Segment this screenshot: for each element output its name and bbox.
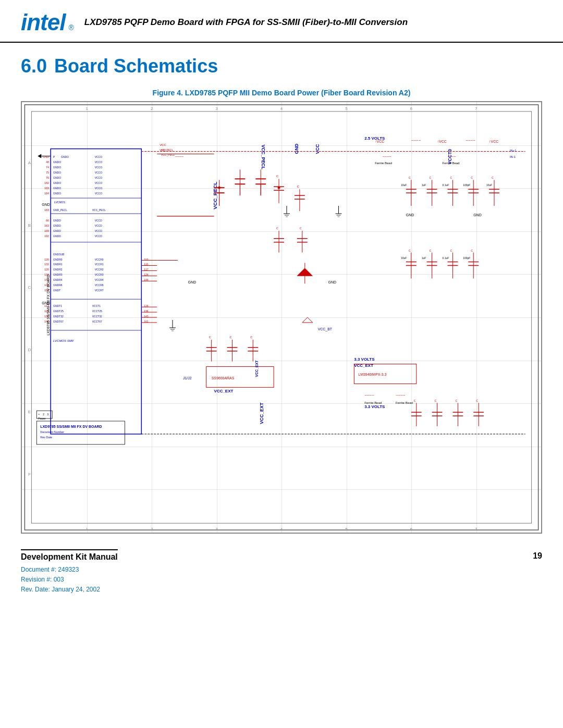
- svg-text:GND: GND: [328, 280, 336, 284]
- svg-text:GNDD: GNDD: [53, 235, 61, 238]
- footer-doc-number: Document #: 249323 Revision #: 003 Rev. …: [21, 565, 118, 595]
- svg-text:162: 162: [144, 320, 149, 323]
- svg-text:P: P: [53, 156, 55, 158]
- svg-text:↑VCC: ↑VCC: [375, 140, 384, 143]
- svg-text:GND_PECL: GND_PECL: [53, 209, 67, 212]
- svg-text:3: 3: [47, 413, 48, 416]
- svg-text:2: 2: [151, 106, 153, 111]
- svg-text:C: C: [430, 249, 432, 252]
- svg-text:VCCR2: VCCR2: [95, 268, 104, 271]
- svg-text:Document Number: Document Number: [40, 430, 64, 434]
- svg-text:Ferrite Bead: Ferrite Bead: [396, 401, 413, 404]
- svg-text:↑VCC: ↑VCC: [489, 140, 498, 143]
- svg-rect-1: [31, 112, 531, 523]
- section-title: Board Schematics: [54, 55, 218, 77]
- svg-text:144: 144: [144, 279, 149, 281]
- rev-date: Rev. Date: January 24, 2002: [21, 585, 118, 595]
- svg-text:1uF: 1uF: [422, 257, 426, 260]
- svg-text:Rev Date: Rev Date: [40, 436, 52, 439]
- svg-text:1: 1: [86, 106, 89, 111]
- svg-text:GND: GND: [188, 280, 196, 284]
- svg-text:IN-1: IN-1: [510, 155, 516, 158]
- svg-text:100pF: 100pF: [463, 184, 470, 187]
- svg-text:132: 132: [44, 263, 49, 266]
- svg-text:1uF: 1uF: [422, 184, 426, 187]
- svg-text:VCCR7: VCCR7: [95, 289, 104, 292]
- svg-marker-266: [297, 268, 313, 276]
- section-number: 6.0: [21, 55, 47, 77]
- svg-text:GNDO: GNDO: [53, 182, 61, 184]
- svg-text:VCCR0: VCCR0: [95, 258, 104, 261]
- svg-text:169: 169: [44, 229, 49, 232]
- svg-text:VCC_PECL: VCC_PECL: [161, 154, 175, 156]
- svg-text:VCC_EXT: VCC_EXT: [354, 363, 373, 368]
- svg-text:C: C: [229, 336, 232, 339]
- svg-marker-167: [302, 317, 313, 323]
- svg-text:VCC_EXT: VCC_EXT: [259, 402, 264, 424]
- svg-text:GNDO: GNDO: [53, 192, 61, 195]
- svg-text:=: =: [38, 413, 40, 416]
- svg-text:163: 163: [44, 224, 49, 227]
- svg-text:VCC_EXT: VCC_EXT: [255, 360, 259, 377]
- svg-text:VCCT67: VCCT67: [92, 320, 102, 323]
- svg-text:GNDO: GNDO: [61, 156, 69, 158]
- svg-text:184: 184: [44, 192, 49, 195]
- page-number: 19: [533, 551, 542, 561]
- svg-text:Ferrite Bead: Ferrite Bead: [364, 401, 382, 404]
- svg-text:117: 117: [144, 268, 149, 271]
- svg-text:C: C: [209, 336, 212, 339]
- svg-text:C: C: [450, 249, 452, 252]
- svg-text:0.1uF: 0.1uF: [443, 257, 449, 260]
- svg-text:VCCO: VCCO: [95, 192, 102, 195]
- svg-text:GNDD: GNDD: [53, 230, 61, 232]
- svg-text:VCCO: VCCO: [95, 161, 102, 164]
- svg-text:C: C: [414, 399, 416, 402]
- svg-text:C: C: [250, 336, 253, 339]
- svg-text:120: 120: [44, 258, 49, 261]
- svg-text:1: 1: [86, 527, 89, 532]
- svg-text:GNDR4: GNDR4: [53, 279, 63, 281]
- svg-text:C: C: [276, 227, 278, 230]
- svg-text:C: C: [28, 285, 31, 290]
- svg-text:GNDR6: GNDR6: [53, 284, 63, 287]
- svg-text:3: 3: [215, 106, 218, 111]
- svg-text:VCCD: VCCD: [95, 235, 102, 238]
- svg-text:GNDD: GNDD: [53, 219, 61, 222]
- svg-text:VCCO: VCCO: [95, 187, 102, 190]
- document-number: Document #: 249323: [21, 565, 118, 575]
- svg-text:5: 5: [345, 527, 348, 532]
- svg-text:VCCR6: VCCR6: [95, 284, 104, 287]
- svg-text:VCC_PECL: VCC_PECL: [92, 209, 106, 212]
- svg-text:10uF: 10uF: [486, 184, 492, 187]
- svg-text:C: C: [471, 249, 473, 252]
- svg-text:GNDT1: GNDT1: [53, 305, 62, 307]
- svg-text:3: 3: [215, 527, 218, 532]
- svg-text:GND: GND: [473, 213, 481, 217]
- svg-text:~~~~: ~~~~: [396, 393, 406, 398]
- page: intel® LXD9785 PQFP Demo Board with FPGA…: [0, 0, 563, 728]
- svg-text:C: C: [471, 176, 473, 179]
- svg-text:Ferrite Bead: Ferrite Bead: [443, 162, 460, 165]
- svg-text:183: 183: [44, 187, 49, 190]
- svg-text:C: C: [430, 176, 432, 179]
- svg-text:10uF: 10uF: [401, 257, 407, 260]
- svg-text:GNDSUB: GNDSUB: [53, 253, 65, 256]
- svg-text:GNDO: GNDO: [53, 171, 61, 174]
- svg-text:~~~~: ~~~~: [411, 138, 421, 143]
- svg-text:~~~~: ~~~~: [447, 155, 456, 158]
- svg-text:VCCR4: VCCR4: [95, 279, 104, 281]
- svg-text:VCCO: VCCO: [95, 166, 102, 169]
- svg-text:VCCR3: VCCR3: [95, 274, 104, 276]
- svg-text:F: F: [28, 472, 31, 477]
- svg-text:B: B: [28, 223, 31, 228]
- svg-text:GNDD: GNDD: [53, 225, 61, 227]
- revision-number: Revision #: 003: [21, 575, 118, 585]
- svg-text:LXD9785 SS/SMII MII FX DV BOAR: LXD9785 SS/SMII MII FX DV BOARD: [46, 275, 50, 336]
- header-title: LXD9785 PQFP Demo Board with FPGA for SS…: [84, 17, 408, 28]
- svg-text:VCCO: VCCO: [95, 171, 102, 174]
- svg-text:VCC_BT: VCC_BT: [318, 327, 333, 331]
- svg-text:Power: Power: [38, 417, 45, 420]
- svg-text:4: 4: [280, 106, 283, 111]
- svg-text:VCC: VCC: [161, 149, 167, 152]
- svg-text:124: 124: [144, 274, 149, 276]
